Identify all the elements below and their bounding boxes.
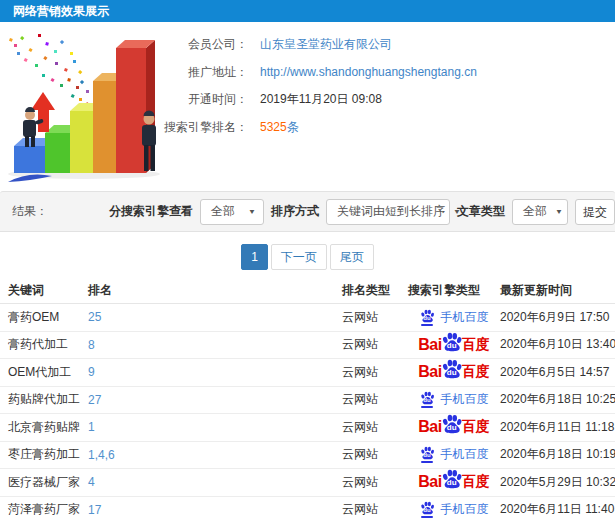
- confetti-decoration: [9, 34, 95, 111]
- baidu-paw-icon: du: [420, 446, 435, 463]
- rank-link[interactable]: 27: [88, 393, 101, 407]
- baidu-logo: Baidu百度: [418, 332, 489, 358]
- rank-type-cell: 云网站: [342, 501, 408, 518]
- chevron-down-icon: ▼: [453, 207, 461, 215]
- page-1-button[interactable]: 1: [241, 244, 268, 270]
- rank-link[interactable]: 4: [88, 475, 95, 489]
- engine-cell: du 手机百度 Baidu百度: [408, 332, 500, 358]
- results-table: 关键词 排名 排名类型 搜索引擎类型 最新更新时间 膏药OEM 25 云网站 d…: [0, 278, 615, 520]
- member-company-row: 会员公司： 山东皇圣堂药业有限公司: [128, 31, 528, 58]
- engine-cell: du 手机百度 Baidu百度: [408, 309, 500, 326]
- col-rank: 排名: [88, 282, 342, 299]
- table-header-row: 关键词 排名 排名类型 搜索引擎类型 最新更新时间: [0, 278, 615, 304]
- rank-link[interactable]: 25: [88, 310, 101, 324]
- keyword-cell: 膏药代加工: [8, 336, 88, 353]
- keyword-cell: OEM代加工: [8, 364, 88, 381]
- engine-rank-label: 搜索引擎排名：: [128, 119, 248, 136]
- engine-cell: du 手机百度 Baidu百度: [408, 446, 500, 463]
- mobile-baidu-label: 手机百度: [441, 446, 489, 463]
- open-time-row: 开通时间： 2019年11月20日 09:08: [128, 86, 528, 113]
- last-page-button[interactable]: 尾页: [330, 244, 374, 270]
- rank-type-cell: 云网站: [342, 419, 408, 436]
- engine-filter-select[interactable]: 全部 ▼: [200, 199, 264, 225]
- update-time-cell: 2020年5月29日 10:32: [500, 474, 615, 491]
- mobile-baidu-logo: du 手机百度: [420, 309, 489, 326]
- col-engine-type: 搜索引擎类型: [408, 282, 500, 299]
- page: 网络营销效果展示: [0, 0, 615, 520]
- baidu-paw-icon: du: [420, 391, 435, 408]
- title-bar: 网络营销效果展示: [0, 0, 615, 22]
- update-time-cell: 2020年6月18日 10:25: [500, 391, 615, 408]
- rank-link[interactable]: 1,4,6: [88, 448, 115, 462]
- mobile-baidu-label: 手机百度: [441, 309, 489, 326]
- engine-cell: du 手机百度 Baidu百度: [408, 359, 500, 385]
- promo-url-label: 推广地址：: [128, 64, 248, 81]
- update-time-cell: 2020年6月5日 14:57: [500, 364, 615, 381]
- keyword-cell: 药贴牌代加工: [8, 391, 88, 408]
- promo-url-row: 推广地址： http://www.shandonghuangshengtang.…: [128, 59, 528, 86]
- rank-type-cell: 云网站: [342, 391, 408, 408]
- article-type-select[interactable]: 全部 ▼: [512, 199, 568, 225]
- baidu-paw-icon: du: [441, 469, 463, 489]
- mobile-baidu-label: 手机百度: [441, 501, 489, 518]
- update-time-cell: 2020年6月18日 10:19: [500, 446, 615, 463]
- table-row: OEM代加工 9 云网站 du 手机百度 Baidu百度 2020年6月5日 1…: [0, 359, 615, 387]
- member-company-label: 会员公司：: [128, 36, 248, 53]
- update-time-cell: 2020年6月11日 11:40: [500, 501, 615, 518]
- rank-type-cell: 云网站: [342, 446, 408, 463]
- rank-type-cell: 云网站: [342, 336, 408, 353]
- engine-rank-count: 5325: [260, 120, 287, 134]
- rank-link[interactable]: 17: [88, 503, 101, 517]
- table-row: 膏药代加工 8 云网站 du 手机百度 Baidu百度 2020年6月10日 1…: [0, 332, 615, 360]
- info-panel: 会员公司： 山东皇圣堂药业有限公司 推广地址： http://www.shand…: [128, 31, 528, 141]
- table-row: 医疗器械厂家 4 云网站 du 手机百度 Baidu百度 2020年5月29日 …: [0, 469, 615, 497]
- sort-select[interactable]: 关键词由短到长排序 ▼: [326, 199, 450, 225]
- mobile-baidu-logo: du 手机百度: [420, 501, 489, 518]
- col-update-time: 最新更新时间: [500, 282, 615, 299]
- next-page-button[interactable]: 下一页: [271, 244, 327, 270]
- submit-button[interactable]: 提交: [575, 199, 615, 225]
- table-row: 药贴牌代加工 27 云网站 du 手机百度 Baidu百度 2020年6月18日…: [0, 387, 615, 415]
- pagination: 1 下一页 尾页: [0, 244, 615, 270]
- engine-filter-label: 分搜索引擎查看: [109, 203, 193, 220]
- chevron-down-icon: ▼: [248, 207, 256, 215]
- baidu-paw-icon: du: [441, 332, 463, 352]
- open-time-label: 开通时间：: [128, 91, 248, 108]
- member-company-link[interactable]: 山东皇圣堂药业有限公司: [260, 37, 392, 51]
- mobile-baidu-logo: du 手机百度: [420, 391, 489, 408]
- page-title: 网络营销效果展示: [13, 0, 109, 22]
- keyword-cell: 膏药OEM: [8, 309, 88, 326]
- baidu-paw-icon: du: [420, 501, 435, 518]
- keyword-cell: 北京膏药贴牌: [8, 419, 88, 436]
- result-label: 结果：: [12, 203, 48, 220]
- baidu-paw-icon: du: [441, 414, 463, 434]
- keyword-cell: 枣庄膏药加工: [8, 446, 88, 463]
- keyword-cell: 菏泽膏药厂家: [8, 501, 88, 518]
- baidu-paw-icon: du: [441, 359, 463, 379]
- table-row: 菏泽膏药厂家 17 云网站 du 手机百度 Baidu百度 2020年6月11日…: [0, 497, 615, 520]
- filter-controls: 分搜索引擎查看 全部 ▼ 排序方式 关键词由短到长排序 ▼ 文章类型 全部 ▼ …: [109, 199, 615, 225]
- mobile-baidu-label: 手机百度: [441, 391, 489, 408]
- promo-url-link[interactable]: http://www.shandonghuangshengtang.cn: [260, 65, 477, 79]
- engine-cell: du 手机百度 Baidu百度: [408, 414, 500, 440]
- rank-link[interactable]: 9: [88, 365, 95, 379]
- col-keyword: 关键词: [8, 282, 88, 299]
- engine-cell: du 手机百度 Baidu百度: [408, 391, 500, 408]
- table-row: 北京膏药贴牌 1 云网站 du 手机百度 Baidu百度 2020年6月11日 …: [0, 414, 615, 442]
- engine-cell: du 手机百度 Baidu百度: [408, 501, 500, 518]
- baidu-paw-icon: du: [420, 309, 435, 326]
- update-time-cell: 2020年6月10日 13:40: [500, 336, 615, 353]
- rank-link[interactable]: 1: [88, 420, 95, 434]
- engine-rank-unit: 条: [287, 120, 299, 134]
- table-row: 膏药OEM 25 云网站 du 手机百度 Baidu百度 2020年6月9日 1…: [0, 304, 615, 332]
- update-time-cell: 2020年6月9日 17:50: [500, 309, 615, 326]
- baidu-logo: Baidu百度: [418, 359, 489, 385]
- filter-bar: 结果： 分搜索引擎查看 全部 ▼ 排序方式 关键词由短到长排序 ▼ 文章类型 全…: [0, 191, 615, 232]
- sort-label: 排序方式: [271, 203, 319, 220]
- rank-link[interactable]: 8: [88, 338, 95, 352]
- engine-rank-row: 搜索引擎排名： 5325条: [128, 114, 528, 141]
- article-type-label: 文章类型: [457, 203, 505, 220]
- engine-cell: du 手机百度 Baidu百度: [408, 469, 500, 495]
- open-time-value: 2019年11月20日 09:08: [260, 91, 382, 108]
- baidu-logo: Baidu百度: [418, 469, 489, 495]
